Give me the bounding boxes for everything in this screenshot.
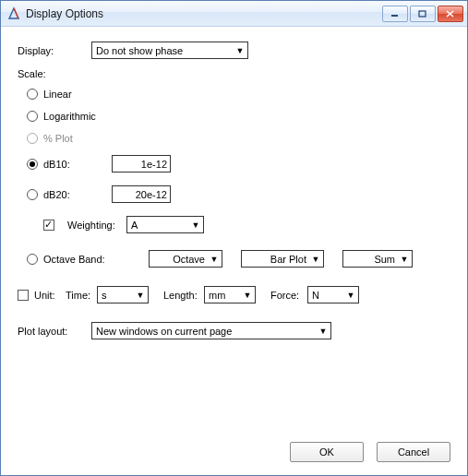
scale-db20-radio[interactable]	[27, 189, 38, 200]
scale-linear-label: Linear	[43, 89, 72, 100]
ok-button[interactable]: OK	[290, 442, 364, 462]
db20-input[interactable]: 20e-12	[112, 185, 171, 203]
chevron-down-icon: ▼	[343, 287, 358, 303]
weighting-checkbox[interactable]	[43, 220, 54, 231]
scale-pct-radio	[27, 133, 38, 144]
weighting-label: Weighting:	[67, 220, 126, 231]
cancel-button[interactable]: Cancel	[377, 442, 450, 462]
dialog-footer: OK Cancel	[290, 442, 450, 462]
scale-label: Scale:	[18, 68, 46, 79]
scale-log-radio[interactable]	[27, 111, 38, 122]
db10-input[interactable]: 1e-12	[112, 155, 171, 173]
scale-db20-label: dB20:	[43, 189, 99, 200]
chevron-down-icon: ▼	[240, 287, 255, 303]
octave-sum-select[interactable]: Sum ▼	[342, 250, 413, 268]
display-select-value: Do not show phase	[92, 42, 247, 59]
scale-log-label: Logarithmic	[43, 111, 96, 122]
scale-linear-radio[interactable]	[27, 89, 38, 100]
dialog-content: Display: Do not show phase ▼ Scale: Line…	[1, 27, 467, 475]
chevron-down-icon: ▼	[233, 42, 247, 58]
svg-rect-1	[419, 11, 426, 17]
plot-layout-select[interactable]: New windows on current page ▼	[91, 322, 331, 339]
dialog-window: Display Options Display: Do not show pha…	[0, 0, 468, 476]
scale-db10-label: dB10:	[43, 159, 99, 170]
titlebar[interactable]: Display Options	[1, 1, 467, 27]
scale-db10-radio[interactable]	[27, 159, 38, 170]
octave-plot-select[interactable]: Bar Plot ▼	[241, 250, 324, 268]
svg-rect-0	[391, 15, 398, 17]
minimize-button[interactable]	[382, 6, 408, 22]
unit-time-select[interactable]: s ▼	[97, 286, 149, 303]
chevron-down-icon: ▼	[207, 251, 222, 267]
chevron-down-icon: ▼	[188, 217, 203, 232]
unit-checkbox[interactable]	[18, 290, 29, 301]
octave-label: Octave Band:	[43, 254, 130, 265]
unit-length-label: Length:	[163, 290, 204, 301]
window-title: Display Options	[26, 7, 382, 20]
unit-force-select[interactable]: N ▼	[307, 286, 359, 303]
close-button[interactable]	[438, 6, 463, 22]
app-icon	[6, 6, 21, 21]
scale-octave-radio[interactable]	[27, 254, 38, 265]
chevron-down-icon: ▼	[308, 251, 323, 267]
octave-select[interactable]: Octave ▼	[149, 250, 222, 268]
weighting-select[interactable]: A ▼	[126, 216, 204, 233]
chevron-down-icon: ▼	[397, 251, 412, 267]
window-buttons	[382, 6, 463, 22]
unit-length-select[interactable]: mm ▼	[204, 286, 256, 303]
unit-time-label: Time:	[66, 290, 97, 301]
chevron-down-icon: ▼	[133, 287, 148, 303]
maximize-button[interactable]	[410, 6, 436, 22]
chevron-down-icon: ▼	[316, 323, 330, 339]
plot-layout-label: Plot layout:	[18, 326, 91, 337]
unit-label: Unit:	[34, 290, 66, 301]
unit-force-label: Force:	[270, 290, 307, 301]
plot-layout-value: New windows on current page	[92, 323, 330, 339]
scale-pct-label: % Plot	[43, 133, 73, 144]
display-label: Display:	[18, 45, 91, 56]
display-select[interactable]: Do not show phase ▼	[91, 42, 248, 59]
